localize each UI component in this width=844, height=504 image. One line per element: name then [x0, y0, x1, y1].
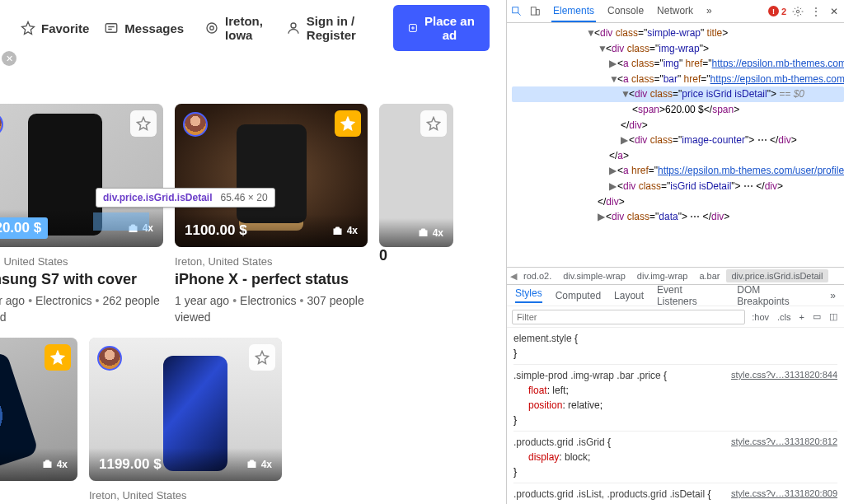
inspect-highlight [93, 212, 149, 231]
cls-toggle[interactable]: .cls [776, 312, 793, 322]
devtools-pane: Elements Console Network » !2 ⋮ ✕ ▼<div … [506, 0, 844, 504]
listing-meta: 1 year ago•Electronics•307 people viewed [175, 292, 368, 326]
devtools-toolbar: Elements Console Network » !2 ⋮ ✕ [507, 0, 844, 23]
listing-image[interactable]: 4x [379, 104, 453, 247]
nav-signin[interactable]: Sign in / Register [286, 14, 378, 42]
listing-meta: 1 year ago•Electronics•262 people viewed [0, 292, 163, 326]
new-rule-icon[interactable]: + [798, 312, 806, 322]
tab-console[interactable]: Console [606, 1, 645, 22]
styles-toolbar: :hov .cls + ▭ ◫ [507, 306, 844, 328]
favorite-toggle[interactable] [420, 110, 447, 137]
chevron-left-icon[interactable]: ◀ [510, 271, 517, 282]
error-indicator[interactable]: !2 [768, 6, 786, 16]
website-pane: Favorite Messages Ireton, Iowa Sign in /… [0, 0, 506, 504]
nav-favorite[interactable]: Favorite [21, 21, 89, 35]
message-icon [104, 21, 119, 35]
nav-label: Ireton, Iowa [225, 14, 271, 42]
svg-rect-0 [106, 24, 118, 33]
selected-dom-node[interactable]: ▼<div class="price isGrid isDetail"> == … [512, 86, 844, 102]
svg-rect-12 [531, 7, 536, 14]
tab-network[interactable]: Network [655, 1, 695, 22]
favorite-toggle[interactable] [335, 110, 361, 137]
listing-location: Ireton, United States [0, 489, 77, 502]
image-count: 4x [331, 225, 358, 237]
user-icon [286, 21, 301, 35]
crumb[interactable]: rod.o2. [518, 269, 556, 282]
favorite-toggle[interactable] [249, 344, 275, 371]
device-icon[interactable] [528, 5, 542, 18]
listing-location: Ireton, United States [0, 255, 163, 268]
price: 620.00 $ [0, 217, 48, 239]
tab-elements[interactable]: Elements [551, 1, 596, 22]
styles-body[interactable]: element.style {}style.css?v…3131820:844.… [507, 328, 844, 504]
tab-eventlisteners[interactable]: Event Listeners [657, 284, 724, 307]
image-count: 4x [246, 458, 272, 470]
close-icon[interactable]: ✕ [828, 5, 841, 18]
tab-more[interactable]: » [705, 1, 714, 22]
tab-dombreakpoints[interactable]: DOM Breakpoints [737, 284, 814, 307]
plus-icon [408, 21, 418, 35]
gear-icon[interactable] [791, 5, 804, 18]
close-icon[interactable]: ✕ [2, 51, 16, 66]
listing-location: Ireton, United States [89, 489, 282, 502]
inspect-icon[interactable] [510, 5, 523, 18]
listing-title[interactable]: Samsung S7 with cover [0, 271, 163, 288]
svg-rect-11 [513, 7, 518, 12]
breadcrumb: ◀ rod.o2. div.simple-wrap div.img-wrap a… [507, 267, 844, 285]
inspect-tooltip: div.price.isGrid.isDetail 65.46 × 20 [96, 188, 275, 208]
price: 1199.00 $ [99, 456, 162, 473]
svg-point-2 [210, 26, 214, 30]
nav-label: Favorite [41, 21, 89, 35]
target-icon [204, 21, 219, 35]
styles-filter-input[interactable] [512, 310, 745, 324]
listing-image[interactable]: 1199.00 $4x [89, 338, 282, 481]
site-header: Favorite Messages Ireton, Iowa Sign in /… [0, 0, 506, 63]
listing-title[interactable]: iPhone X - perfect status [175, 271, 368, 288]
listings-grid: 4x over •1122 people 620.00 $4x Ireton, … [0, 63, 506, 504]
avatar[interactable] [97, 346, 122, 371]
nav-messages[interactable]: Messages [104, 21, 184, 35]
hov-toggle[interactable]: :hov [750, 312, 771, 322]
crumb[interactable]: div.img-wrap [632, 269, 693, 282]
nav-label: Sign in / Register [307, 14, 378, 42]
listing-card: 4x 0 [379, 104, 453, 326]
panel-icon[interactable]: ◫ [828, 311, 839, 322]
listing-image[interactable]: 1100.00 $4x [175, 104, 368, 247]
svg-point-14 [796, 10, 799, 13]
star-icon [21, 21, 35, 35]
listing-location: Ireton, United States [175, 255, 368, 268]
listing-image[interactable]: 999.00 $4x [0, 338, 77, 481]
tab-styles[interactable]: Styles [515, 287, 542, 303]
svg-point-3 [291, 23, 296, 28]
button-label: Place an ad [424, 14, 475, 42]
kebab-icon[interactable]: ⋮ [809, 5, 823, 18]
crumb[interactable]: div.simple-wrap [558, 269, 631, 282]
listing-card: 1100.00 $4x Ireton, United States iPhone… [175, 104, 368, 326]
image-count: 4x [417, 226, 443, 239]
avatar[interactable] [183, 112, 208, 137]
place-ad-button[interactable]: Place an ad [393, 5, 490, 51]
listing-card: 999.00 $4x Ireton, United States [0, 338, 77, 504]
nav-location[interactable]: Ireton, Iowa [199, 14, 271, 42]
crumb[interactable]: a.bar [694, 269, 724, 282]
listing-title[interactable]: 0 [379, 247, 453, 264]
listing-card: 1199.00 $4x Ireton, United States [89, 338, 282, 504]
favorite-toggle[interactable] [45, 344, 71, 371]
svg-rect-13 [537, 9, 540, 14]
crumb[interactable]: div.price.isGrid.isDetail [726, 269, 828, 282]
tab-computed[interactable]: Computed [556, 290, 601, 301]
svg-point-1 [207, 23, 217, 33]
price: 1100.00 $ [185, 222, 247, 239]
image-count: 4x [41, 458, 68, 470]
favorite-toggle[interactable] [130, 110, 157, 137]
dom-tree[interactable]: ▼<div class="simple-wrap" title> ▼<div c… [507, 23, 844, 267]
tab-layout[interactable]: Layout [614, 290, 644, 301]
styles-tabs: Styles Computed Layout Event Listeners D… [507, 285, 844, 306]
nav-label: Messages [124, 21, 184, 35]
more-icon[interactable]: » [830, 290, 836, 301]
box-icon[interactable]: ▭ [811, 311, 823, 322]
